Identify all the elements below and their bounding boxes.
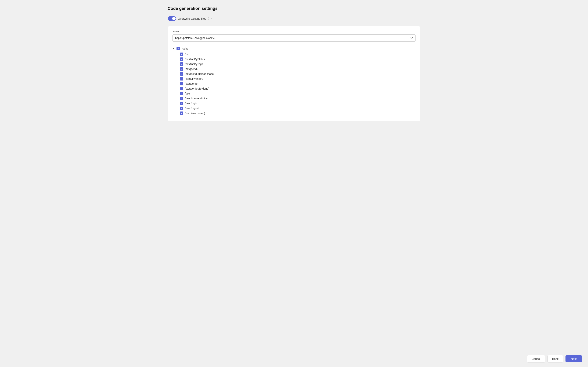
- paths-section: ▼ ✓ Paths ✓/pet✓/pet/findByStatus✓/pet/f…: [172, 47, 416, 116]
- cancel-button[interactable]: Cancel: [527, 355, 545, 362]
- list-item: ✓/pet/{petId}/uploadImage: [180, 71, 416, 76]
- next-button[interactable]: Next: [565, 355, 582, 362]
- path-label: /store/order/{orderId}: [185, 87, 209, 90]
- list-item: ✓/user/{username}: [180, 111, 416, 116]
- list-item: ✓/pet/findByStatus: [180, 57, 416, 62]
- overwrite-toggle[interactable]: [168, 16, 176, 21]
- help-icon[interactable]: ?: [208, 17, 212, 20]
- path-label: /pet/findByStatus: [185, 58, 205, 61]
- path-checkbox[interactable]: ✓: [180, 72, 183, 75]
- path-label: /user/{username}: [185, 112, 205, 115]
- path-label: /pet/findByTags: [185, 63, 203, 66]
- list-item: ✓/user/logout: [180, 106, 416, 111]
- path-label: /pet/{petId}: [185, 67, 198, 70]
- path-checkbox[interactable]: ✓: [180, 67, 183, 71]
- toggle-row: Overwrite existing files ?: [168, 16, 420, 21]
- path-items-container: ✓/pet✓/pet/findByStatus✓/pet/findByTags✓…: [172, 52, 416, 116]
- path-checkbox[interactable]: ✓: [180, 92, 183, 95]
- list-item: ✓/pet/findByTags: [180, 62, 416, 67]
- path-label: /pet: [185, 53, 189, 56]
- path-checkbox[interactable]: ✓: [180, 82, 183, 85]
- path-checkbox[interactable]: ✓: [180, 102, 183, 105]
- path-checkbox[interactable]: ✓: [180, 111, 183, 115]
- path-label: /user/logout: [185, 107, 199, 110]
- page-title: Code generation settings: [168, 6, 420, 11]
- list-item: ✓/user: [180, 91, 416, 96]
- footer-buttons: Cancel Back Next: [521, 350, 588, 367]
- path-checkbox[interactable]: ✓: [180, 87, 183, 90]
- list-item: ✓/pet: [180, 52, 416, 57]
- collapse-arrow[interactable]: ▼: [172, 47, 175, 50]
- list-item: ✓/pet/{petId}: [180, 67, 416, 71]
- server-label: Server: [172, 30, 416, 33]
- path-label: /store/order: [185, 82, 199, 85]
- server-select[interactable]: https://petstore3.swagger.io/api/v3: [172, 34, 416, 42]
- list-item: ✓/store/order/{orderId}: [180, 86, 416, 91]
- paths-checkbox[interactable]: ✓: [176, 47, 180, 50]
- list-item: ✓/user/createWithList: [180, 96, 416, 101]
- path-label: /store/inventory: [185, 77, 203, 80]
- list-item: ✓/user/login: [180, 101, 416, 106]
- list-item: ✓/store/inventory: [180, 76, 416, 81]
- list-item: ✓/store/order: [180, 81, 416, 86]
- content-card: Server https://petstore3.swagger.io/api/…: [168, 26, 420, 121]
- page-container: Code generation settings Overwrite exist…: [162, 0, 426, 367]
- path-label: /user/createWithList: [185, 97, 208, 100]
- path-checkbox[interactable]: ✓: [180, 107, 183, 110]
- path-label: /user: [185, 92, 191, 95]
- path-checkbox[interactable]: ✓: [180, 62, 183, 66]
- path-checkbox[interactable]: ✓: [180, 58, 183, 61]
- path-checkbox[interactable]: ✓: [180, 52, 183, 56]
- path-label: /user/login: [185, 102, 197, 105]
- back-button[interactable]: Back: [547, 355, 563, 362]
- toggle-label: Overwrite existing files: [178, 17, 206, 20]
- paths-label: Paths: [182, 47, 188, 50]
- path-checkbox[interactable]: ✓: [180, 97, 183, 100]
- paths-header: ▼ ✓ Paths: [172, 47, 416, 50]
- path-label: /pet/{petId}/uploadImage: [185, 72, 214, 75]
- path-checkbox[interactable]: ✓: [180, 77, 183, 81]
